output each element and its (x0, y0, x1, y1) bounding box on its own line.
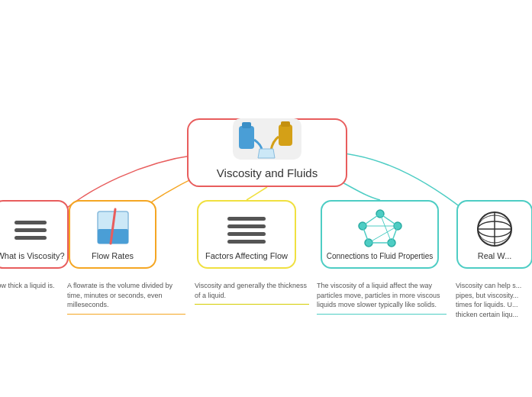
connections-icon (353, 208, 407, 250)
desc-flow: A flowrate is the volume divided by time… (67, 281, 185, 315)
node-factors: Factors Affecting Flow (197, 200, 296, 269)
connections-svg (0, 0, 532, 397)
desc-realworld: Viscosity can help s... pipes, but visco… (456, 281, 532, 319)
factors-icon (220, 208, 273, 250)
desc-realworld-text: Viscosity can help s... pipes, but visco… (456, 282, 521, 318)
node-flow-rates: Flow Rates (69, 200, 156, 269)
flow-rates-icon (86, 208, 140, 250)
svg-rect-2 (242, 122, 251, 128)
svg-rect-4 (281, 121, 290, 127)
node-viscosity: What is Viscosity? (0, 200, 69, 269)
mind-map-canvas: Viscosity and Fluids What is Viscosity? … (0, 0, 532, 397)
central-node-image (233, 118, 301, 160)
desc-factors: Viscosity and generally the thickness of… (195, 281, 309, 305)
svg-rect-3 (279, 124, 292, 146)
realworld-label: Real W... (478, 250, 512, 261)
flow-rates-label: Flow Rates (92, 250, 134, 261)
svg-line-17 (363, 214, 380, 226)
realworld-icon (468, 208, 521, 250)
central-node: Viscosity and Fluids (187, 118, 347, 187)
desc-connections: The viscosity of a liquid affect the way… (317, 281, 447, 315)
connections-label: Connections to Fluid Properties (327, 251, 434, 261)
desc-connections-text: The viscosity of a liquid affect the way… (317, 282, 440, 308)
factors-label: Factors Affecting Flow (205, 250, 288, 261)
desc-factors-text: Viscosity and generally the thickness of… (195, 282, 307, 299)
desc-viscosity-text: How thick a liquid is. (0, 282, 55, 289)
viscosity-icon (4, 208, 57, 250)
viscosity-label: What is Viscosity? (0, 250, 65, 261)
node-connections: Connections to Fluid Properties (321, 200, 439, 269)
desc-flow-text: A flowrate is the volume divided by time… (67, 282, 172, 308)
svg-rect-1 (239, 126, 254, 149)
node-realworld: Real W... (456, 200, 532, 269)
central-node-title: Viscosity and Fluids (217, 166, 318, 179)
